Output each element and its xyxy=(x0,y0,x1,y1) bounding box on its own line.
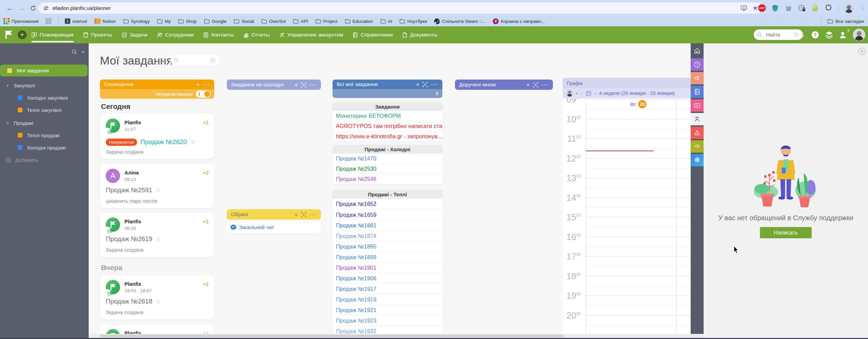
expand-icon[interactable] xyxy=(301,212,306,217)
schedule-header[interactable]: Графік xyxy=(563,78,703,88)
task-row[interactable]: Продаж №2530 xyxy=(333,164,442,174)
task-row[interactable]: Продаж №1874 xyxy=(333,230,442,241)
board-menu-icon[interactable]: ··· xyxy=(542,82,549,88)
expand-icon[interactable] xyxy=(301,82,306,87)
bookmark-apps[interactable]: Приложения xyxy=(0,18,39,24)
favorite-star-icon[interactable]: ☆ xyxy=(156,298,161,305)
avatar-dropdown-icon[interactable]: ▾ xyxy=(576,91,578,95)
task-link[interactable]: Продаж №2620 xyxy=(140,138,187,146)
lock-extension-icon[interactable] xyxy=(811,4,819,12)
task-group-header[interactable]: Продажі - Теплі xyxy=(333,190,442,199)
clock-lock-extension-icon[interactable] xyxy=(798,4,806,12)
sidebar-item-cold-purchases[interactable]: Холодні закупівлі xyxy=(0,93,88,103)
expand-icon[interactable] xyxy=(423,82,428,87)
task-row[interactable]: Продаж №1899 xyxy=(333,252,442,262)
task-link[interactable]: Продаж №2619 xyxy=(106,235,152,243)
task-row[interactable]: Продаж №1659 xyxy=(333,209,442,220)
task-row[interactable]: https://www.e-ktinotrofia.gr - запропону… xyxy=(333,131,442,141)
bookmark-folder[interactable]: OverSol xyxy=(261,19,286,24)
favorite-star-icon[interactable]: ☆ xyxy=(156,235,161,243)
bookmark-folder[interactable]: Education xyxy=(345,19,373,24)
nav-contacts[interactable]: Контакты xyxy=(203,26,234,43)
layers-icon[interactable] xyxy=(825,31,833,39)
task-row[interactable]: Продаж №1917 xyxy=(333,283,442,294)
planfix-logo[interactable] xyxy=(4,30,14,40)
scrollbar-thumb[interactable] xyxy=(100,335,564,338)
shield-extension-icon[interactable] xyxy=(771,4,779,12)
nav-tasks[interactable]: Задачи xyxy=(121,26,147,43)
task-link[interactable]: Продаж №2618 xyxy=(106,298,152,305)
task-row[interactable]: Продаж №1921 xyxy=(333,305,442,315)
close-icon[interactable]: ✕ xyxy=(858,48,866,55)
nav-projects[interactable]: Проекты xyxy=(83,26,112,43)
planner-search[interactable] xyxy=(171,55,219,66)
winter-theme-icon[interactable]: ❄ xyxy=(691,154,704,166)
url-text[interactable]: elladon.planfix.ua/planner xyxy=(53,5,111,11)
task-row[interactable]: Продаж №1652 xyxy=(333,199,442,209)
bookmark-folder[interactable]: Ноутбуки xyxy=(399,19,427,24)
support-service-icon[interactable] xyxy=(691,113,704,125)
help-center-icon[interactable]: ? xyxy=(691,58,704,71)
bookmark-folder[interactable]: Synology xyxy=(123,19,150,24)
sidebar-search-icon[interactable] xyxy=(72,49,77,55)
sidebar-add-planner-button[interactable]: Добавить... xyxy=(0,155,88,165)
all-tasks-header[interactable]: Всі мої завдання « ··· xyxy=(333,80,442,89)
sidebar-item-cold-sales[interactable]: Холодні продажі xyxy=(0,142,88,153)
filter-icon[interactable] xyxy=(210,58,216,63)
schedule-day-area[interactable]: Вт 20 Ср 21 xyxy=(586,98,703,334)
menu-icon[interactable] xyxy=(784,32,793,38)
day-header-today[interactable]: Вт 20 xyxy=(630,100,646,108)
browser-forward-button[interactable]: → xyxy=(16,2,27,14)
nav-account[interactable]: Управление аккаунтом xyxy=(279,26,343,43)
bookmark-notion[interactable]: Notion xyxy=(94,18,116,24)
notification-card[interactable]: Planfix 11:07 +1 Непринятая Продаж №2620… xyxy=(100,114,214,159)
bookmark-grid-button[interactable] xyxy=(46,18,51,24)
task-row[interactable]: Продаж №2546 xyxy=(333,174,442,184)
notifications-header[interactable]: Сповіщення «··· xyxy=(100,80,214,89)
task-group-header[interactable]: Завдання xyxy=(333,102,442,111)
nav-directories[interactable]: Справочники xyxy=(352,26,393,43)
bookmark-star-icon[interactable]: ★ xyxy=(752,4,758,12)
schedule-grid[interactable]: 0900 1000 1100 1200 1300 1400 1500 1600 … xyxy=(563,98,703,334)
bookmark-folder[interactable]: Project xyxy=(315,19,338,24)
task-link[interactable]: Продаж №2591 xyxy=(106,186,152,194)
browser-reload-button[interactable] xyxy=(27,2,39,14)
unread-toggle[interactable] xyxy=(196,90,211,98)
bookmark-cart[interactable]: К Корзина с направл... xyxy=(493,18,545,24)
bookmark-oversol[interactable]: 1 oversol xyxy=(65,18,87,24)
bookmark-folder[interactable]: Social xyxy=(234,19,254,24)
support-write-button[interactable]: Написать xyxy=(760,227,812,238)
task-row[interactable]: Продаж №1470 xyxy=(333,154,442,164)
favorites-header[interactable]: Обрані « ··· xyxy=(227,209,321,220)
sidebar-group-purchases[interactable]: ∨ Закупівлі xyxy=(0,80,88,90)
board-menu-icon[interactable]: ··· xyxy=(310,82,317,88)
sidebar-collapse-icon[interactable]: « xyxy=(82,49,85,55)
adblock-extension-icon[interactable]: ABP xyxy=(758,4,766,12)
favorite-star-icon[interactable]: ☆ xyxy=(190,138,195,146)
collapse-icon[interactable]: « xyxy=(196,81,200,87)
sidebar-item-warm-purchases[interactable]: Теплі закупівлі xyxy=(0,105,88,115)
install-app-icon[interactable] xyxy=(740,5,747,12)
schedule-user-avatar[interactable] xyxy=(566,90,573,97)
sidebar-group-sales[interactable]: ∨ Продажі xyxy=(0,118,88,128)
nav-planner[interactable]: Планировщик xyxy=(31,26,74,43)
favorite-chat-item[interactable]: Загальний чат xyxy=(227,222,321,233)
task-row[interactable]: Продаж №1661 xyxy=(333,220,442,230)
guide-book-icon[interactable]: A xyxy=(691,86,704,98)
bookmark-folder[interactable]: API xyxy=(293,19,308,24)
bookmark-folder[interactable]: Google xyxy=(204,19,227,24)
collapse-icon[interactable]: « xyxy=(295,211,298,217)
bucket-extension-icon[interactable] xyxy=(785,4,792,12)
board-menu-icon[interactable]: ··· xyxy=(203,82,210,87)
nav-reports[interactable]: Отчеты xyxy=(243,26,270,43)
favorite-star-icon[interactable]: ☆ xyxy=(156,186,161,194)
all-bookmarks-button[interactable]: Все закладки xyxy=(821,18,864,24)
board-menu-icon[interactable]: ··· xyxy=(310,212,317,217)
next-week-icon[interactable]: › xyxy=(594,90,596,96)
task-row[interactable]: AGROTYPOS там потрібно написати статт... xyxy=(333,121,442,131)
sidebar-item-my-tasks[interactable]: Мої завдання xyxy=(0,65,88,76)
task-row[interactable]: Продаж №1901 xyxy=(333,262,442,273)
task-row[interactable]: Продаж №1906 xyxy=(333,273,442,283)
nav-documents[interactable]: Документы xyxy=(402,26,437,43)
task-row[interactable]: Мониторинг БЕТОФОРМ xyxy=(333,111,442,121)
